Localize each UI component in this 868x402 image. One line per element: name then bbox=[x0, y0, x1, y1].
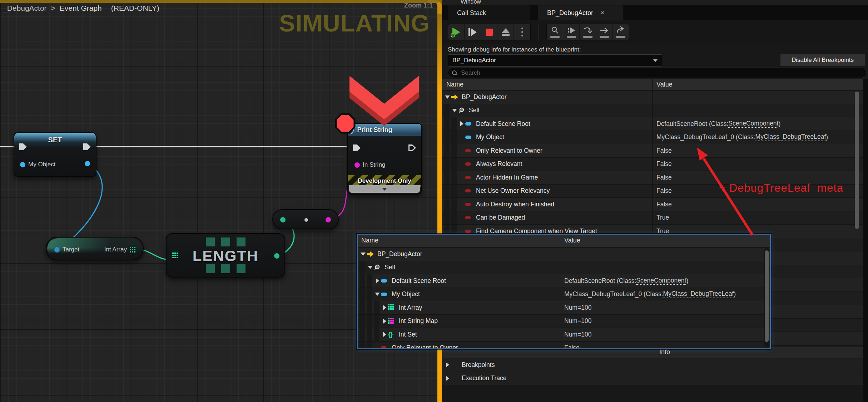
object-in-pin[interactable] bbox=[20, 162, 25, 167]
tree-row[interactable]: Int String MapNum=100 bbox=[358, 315, 770, 328]
tree-row[interactable]: Auto Destroy when FinishedFalse bbox=[442, 198, 863, 211]
column-value[interactable]: Value bbox=[656, 81, 673, 88]
array-in-pin[interactable] bbox=[172, 253, 178, 259]
expander-icon[interactable] bbox=[381, 305, 388, 310]
expander-icon[interactable] bbox=[444, 362, 451, 367]
class-link[interactable]: MyClass_DebugTreeLeaf bbox=[663, 290, 734, 298]
column-value[interactable]: Value bbox=[564, 237, 580, 244]
step-over-button[interactable] bbox=[580, 24, 596, 40]
tree-row[interactable]: Self bbox=[358, 261, 770, 275]
tree-row[interactable]: BP_DebugActor bbox=[442, 90, 863, 104]
property-name: My Object bbox=[392, 290, 420, 298]
expander-icon[interactable] bbox=[444, 95, 451, 99]
expander-icon[interactable] bbox=[381, 319, 388, 324]
property-value: DefaultSceneRoot (Class: SceneComponent) bbox=[564, 274, 688, 288]
expander-icon[interactable] bbox=[451, 109, 458, 112]
indent-guide bbox=[444, 198, 450, 211]
class-link[interactable]: SceneComponent bbox=[636, 277, 686, 285]
expander-icon[interactable] bbox=[444, 376, 451, 381]
tree-row[interactable]: My ObjectMyClass_DebugTreeLeaf_0 (Class:… bbox=[358, 288, 770, 302]
close-tab-icon[interactable]: ✕ bbox=[600, 10, 605, 16]
tree-row[interactable]: Default Scene RootDefaultSceneRoot (Clas… bbox=[442, 117, 863, 131]
string-out-pin[interactable] bbox=[326, 217, 331, 222]
actor-arrow-icon bbox=[451, 94, 458, 100]
chevron-down-icon bbox=[382, 188, 387, 191]
step-into-icon bbox=[567, 26, 576, 35]
exec-out-pin[interactable] bbox=[408, 144, 416, 151]
indent-guide bbox=[451, 144, 457, 157]
property-name: Self bbox=[385, 264, 395, 271]
vertical-scrollbar[interactable] bbox=[855, 92, 859, 229]
object-out-pin[interactable] bbox=[85, 161, 90, 166]
int-in-pin[interactable] bbox=[280, 217, 286, 222]
tree-row[interactable]: Execution Trace bbox=[442, 372, 863, 386]
eject-button[interactable] bbox=[497, 24, 514, 40]
target-pin-label: Target bbox=[63, 246, 79, 253]
exec-in-pin[interactable] bbox=[353, 144, 361, 151]
tab-bp-debugactor[interactable]: BP_DebugActor ✕ bbox=[538, 5, 623, 20]
tree-row[interactable]: {}Int SetNum=100 bbox=[358, 328, 770, 342]
simulating-watermark: SIMULATING bbox=[279, 9, 430, 37]
resume-button[interactable] bbox=[448, 24, 465, 40]
property-value: False bbox=[656, 198, 672, 211]
exec-in-pin[interactable] bbox=[19, 143, 27, 150]
int-out-pin[interactable] bbox=[274, 253, 279, 259]
expander-icon[interactable] bbox=[458, 121, 465, 126]
main-table-header: Name Value bbox=[442, 79, 863, 90]
disable-all-breakpoints-button[interactable]: Disable All Breakpoints bbox=[780, 54, 865, 67]
get-int-array-node[interactable]: Target Int Array bbox=[46, 237, 144, 260]
property-name: BP_DebugActor bbox=[377, 250, 422, 258]
exec-out-pin[interactable] bbox=[83, 143, 91, 150]
tab-call-stack[interactable]: Call Stack bbox=[448, 5, 530, 20]
column-info[interactable]: Info bbox=[659, 348, 670, 356]
array-length-node[interactable]: LENGTH bbox=[166, 233, 285, 278]
vertical-scrollbar[interactable] bbox=[765, 250, 769, 342]
tree-row[interactable]: Breakpoints bbox=[442, 358, 863, 372]
property-value: MyClass_DebugTreeLeaf_0 (Class: MyClass_… bbox=[564, 288, 736, 301]
expander-icon[interactable] bbox=[367, 266, 374, 269]
menu-window[interactable]: Window bbox=[461, 0, 481, 5]
search-input[interactable] bbox=[461, 69, 863, 77]
node-expand-button[interactable] bbox=[349, 185, 420, 193]
expander-icon[interactable] bbox=[374, 278, 381, 283]
find-node-button[interactable] bbox=[547, 24, 563, 40]
function-icon: ƒ bbox=[352, 126, 354, 134]
breadcrumb-current[interactable]: Event Graph bbox=[60, 4, 102, 13]
int-to-string-conversion-node[interactable] bbox=[272, 209, 339, 229]
array-out-pin[interactable] bbox=[130, 247, 136, 253]
expander-icon[interactable] bbox=[381, 332, 388, 337]
step-forward-button[interactable] bbox=[612, 24, 629, 40]
length-decoration bbox=[167, 237, 284, 246]
expander-icon[interactable] bbox=[374, 293, 381, 296]
breadcrumb-root[interactable]: _DebugActor bbox=[3, 4, 47, 13]
print-string-node[interactable]: ƒ Print String In String Development Onl… bbox=[347, 123, 422, 195]
class-link[interactable]: MyClass_DebugTreeLeaf bbox=[755, 133, 826, 141]
set-node[interactable]: SET My Object bbox=[14, 132, 96, 177]
step-into-button[interactable] bbox=[563, 24, 580, 40]
column-name[interactable]: Name bbox=[446, 81, 463, 88]
more-options-button[interactable] bbox=[514, 24, 530, 40]
menu-bar: Window bbox=[442, 0, 868, 5]
set-pin-label: My Object bbox=[28, 161, 56, 168]
tree-row[interactable]: Can be DamagedTrue bbox=[442, 211, 863, 225]
tree-row[interactable]: Only Relevant to OwnerFalse bbox=[358, 342, 770, 349]
tree-row[interactable]: Always RelevantFalse bbox=[442, 158, 863, 171]
arrow-hook-up-icon bbox=[616, 26, 625, 35]
class-link[interactable]: SceneComponent bbox=[728, 120, 778, 128]
blueprint-selector-dropdown[interactable]: BP_DebugActor bbox=[448, 54, 662, 67]
stop-button[interactable] bbox=[481, 24, 497, 40]
tree-row[interactable]: BP_DebugActor bbox=[358, 247, 770, 261]
frame-skip-button[interactable] bbox=[465, 24, 481, 40]
tree-row[interactable]: Int ArrayNum=100 bbox=[358, 301, 770, 315]
column-name[interactable]: Name bbox=[361, 237, 378, 244]
search-box[interactable] bbox=[448, 68, 867, 78]
tree-row[interactable]: Self bbox=[442, 104, 863, 118]
debug-tree-inset-panel[interactable]: Name Value BP_DebugActorSelfDefault Scen… bbox=[357, 234, 771, 349]
tree-row[interactable]: Only Relevant to OwnerFalse bbox=[442, 144, 863, 158]
string-in-pin[interactable] bbox=[354, 162, 360, 168]
expander-icon[interactable] bbox=[359, 253, 367, 256]
step-out-button[interactable] bbox=[596, 24, 612, 40]
tree-row[interactable]: Default Scene RootDefaultSceneRoot (Clas… bbox=[358, 274, 770, 288]
target-pin[interactable] bbox=[54, 247, 60, 253]
tree-row[interactable]: My ObjectMyClass_DebugTreeLeaf_0 (Class:… bbox=[442, 131, 863, 144]
